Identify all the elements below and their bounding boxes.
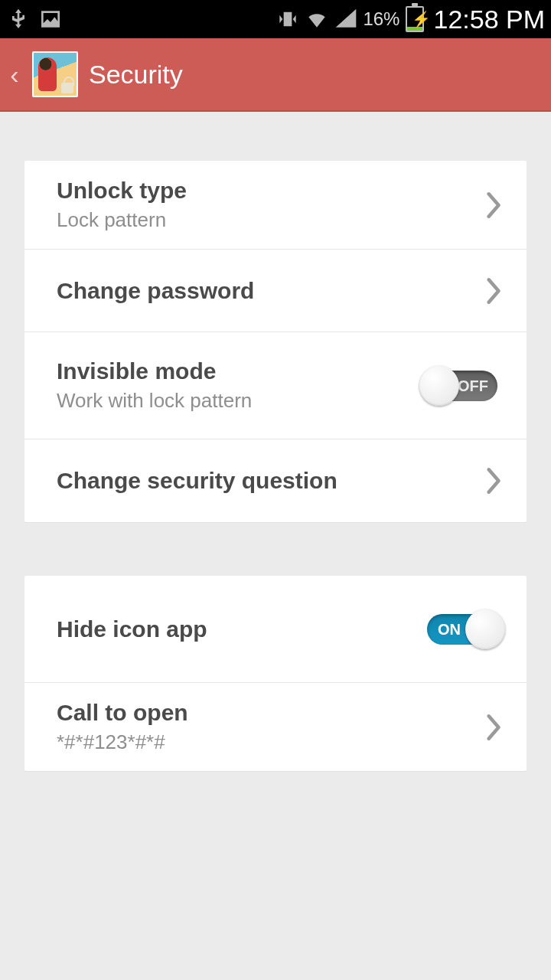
hide-icon-title: Hide icon app (57, 616, 419, 642)
unlock-type-value: Lock pattern (57, 208, 484, 232)
battery-icon: ⚡ (406, 6, 424, 32)
content: Unlock type Lock pattern Change password… (0, 112, 551, 771)
vibrate-icon (276, 7, 300, 31)
chevron-right-icon (484, 710, 505, 744)
invisible-mode-sub: Work with lock pattern (57, 389, 419, 413)
status-time: 12:58 PM (433, 5, 545, 34)
row-hide-icon-app[interactable]: Hide icon app ON (24, 576, 527, 683)
call-to-open-value: *#*#123*#*# (57, 730, 484, 754)
invisible-mode-toggle[interactable]: OFF (419, 366, 505, 406)
chevron-right-icon (484, 274, 505, 308)
row-change-password[interactable]: Change password (24, 250, 527, 332)
page-title: Security (89, 60, 183, 90)
settings-group-2: Hide icon app ON Call to open *#*#123*#*… (24, 576, 527, 771)
signal-icon (334, 7, 358, 31)
wifi-icon (305, 7, 329, 31)
app-icon[interactable] (32, 51, 78, 97)
svg-marker-0 (336, 9, 357, 28)
row-security-question[interactable]: Change security question (24, 439, 527, 522)
status-left (6, 7, 63, 31)
app-bar: ‹ Security (0, 38, 551, 112)
status-right: 16% ⚡ 12:58 PM (276, 5, 545, 34)
call-to-open-title: Call to open (57, 700, 484, 726)
battery-percent: 16% (363, 8, 399, 30)
status-bar: 16% ⚡ 12:58 PM (0, 0, 551, 38)
back-button[interactable]: ‹ (8, 60, 21, 90)
hide-icon-toggle[interactable]: ON (419, 609, 505, 649)
row-invisible-mode[interactable]: Invisible mode Work with lock pattern OF… (24, 332, 527, 439)
picture-icon (38, 7, 63, 31)
security-question-title: Change security question (57, 468, 484, 494)
chevron-right-icon (484, 188, 505, 222)
usb-icon (6, 7, 31, 31)
chevron-right-icon (484, 464, 505, 498)
unlock-type-title: Unlock type (57, 178, 484, 204)
settings-group-1: Unlock type Lock pattern Change password… (24, 161, 527, 522)
invisible-mode-title: Invisible mode (57, 358, 419, 384)
change-password-title: Change password (57, 278, 484, 304)
row-unlock-type[interactable]: Unlock type Lock pattern (24, 161, 527, 250)
row-call-to-open[interactable]: Call to open *#*#123*#*# (24, 683, 527, 771)
